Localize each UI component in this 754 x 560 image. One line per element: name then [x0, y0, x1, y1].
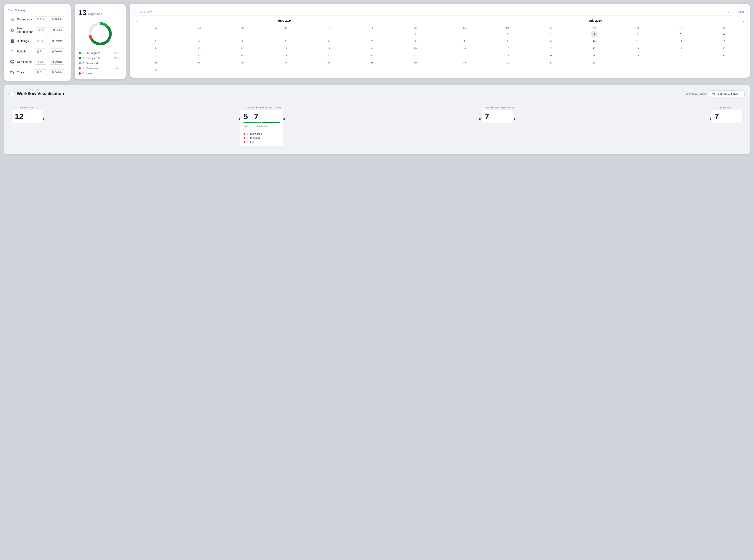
- calendar-day[interactable]: 30: [152, 66, 159, 73]
- calendar-day[interactable]: 22: [412, 52, 419, 59]
- legend-item[interactable]: 0 Late ›: [79, 72, 122, 75]
- edit-button[interactable]: Edit: [34, 59, 47, 65]
- calendar-day[interactable]: 28: [461, 59, 468, 66]
- calendar-day[interactable]: 17: [591, 45, 597, 52]
- delete-button[interactable]: Delete: [49, 16, 65, 22]
- delete-button[interactable]: Delete: [49, 69, 65, 75]
- node-label: 📄 Report 5S Audit Report 10FE33: [481, 106, 514, 109]
- legend-pct: 53%: [112, 57, 119, 60]
- calendar-day[interactable]: 4: [239, 38, 246, 45]
- edit-button[interactable]: Edit: [34, 69, 47, 75]
- calendar-day[interactable]: 31: [591, 59, 597, 66]
- calendar-day[interactable]: 9: [548, 38, 554, 45]
- calendar-day[interactable]: 19: [677, 45, 684, 52]
- calendar-day[interactable]: 27: [720, 52, 727, 59]
- edit-button[interactable]: Edit: [34, 16, 47, 22]
- calendar-day[interactable]: 26: [677, 52, 684, 59]
- workflow-canvas: ▶ Start 5D9F52 12 📄 Form EN - 5S Audit I…: [9, 106, 745, 146]
- calendar-day[interactable]: 16: [152, 52, 159, 59]
- legend-item[interactable]: 0 Resolved ›: [79, 62, 122, 65]
- calendar-day[interactable]: 12: [282, 45, 289, 52]
- calendar-day[interactable]: 3: [591, 31, 597, 38]
- reset-button[interactable]: Reset: [735, 9, 746, 14]
- empty-day: [152, 31, 159, 38]
- calendar-day[interactable]: 6: [325, 38, 332, 45]
- workflow-node-report: 📄 Report 5S Audit Report 10FE33 7: [481, 106, 514, 123]
- calendar-day[interactable]: 14: [461, 45, 468, 52]
- calendar-day[interactable]: 23: [152, 59, 159, 66]
- asset-name: Truck: [17, 71, 32, 74]
- calendar-day[interactable]: 10: [196, 45, 202, 52]
- connector-dot: [43, 118, 44, 120]
- calendar-day[interactable]: 16: [548, 45, 554, 52]
- prev-month-button[interactable]: ‹: [134, 19, 139, 24]
- calendar-day[interactable]: 27: [325, 59, 332, 66]
- calendar-day[interactable]: 4: [634, 31, 641, 38]
- workflow-collapse-button[interactable]: −: [9, 91, 15, 97]
- calendar-day[interactable]: 15: [504, 45, 511, 52]
- chevron-down-icon: ⌄: [728, 10, 730, 14]
- calendar-day[interactable]: 26: [282, 59, 289, 66]
- calendar-day[interactable]: 13: [720, 38, 727, 45]
- delete-button[interactable]: Delete: [50, 27, 66, 33]
- calendar-day[interactable]: 25: [634, 52, 641, 59]
- delete-button[interactable]: Delete: [49, 38, 65, 44]
- calendar-day[interactable]: 28: [369, 59, 375, 66]
- edit-button[interactable]: Edit: [35, 27, 48, 33]
- delete-button[interactable]: Delete: [49, 48, 65, 54]
- calendar-day[interactable]: 29: [504, 59, 511, 66]
- calendar-day[interactable]: 10: [591, 38, 597, 45]
- calendar-day[interactable]: 15: [412, 45, 419, 52]
- calendar-day[interactable]: 12: [677, 38, 684, 45]
- legend-item[interactable]: 1 Dismissed 7% ›: [79, 67, 122, 70]
- workflow-node-start: ▶ Start 5D9F52 12: [12, 106, 43, 123]
- calendar-day[interactable]: 21: [369, 52, 375, 59]
- calendar-day[interactable]: 9: [152, 45, 159, 52]
- node-card: 7: [482, 109, 513, 123]
- calendar-day[interactable]: 1: [504, 31, 511, 38]
- forklift-icon: [9, 49, 15, 54]
- calendar-day[interactable]: 8: [412, 38, 419, 45]
- calendar-day[interactable]: 29: [412, 59, 419, 66]
- calendar-day[interactable]: 17: [196, 52, 202, 59]
- legend-label: Late: [86, 72, 111, 75]
- calendar-day[interactable]: 20: [720, 45, 727, 52]
- asset-actions: Edit Delete: [34, 69, 65, 75]
- calendar-day[interactable]: 14: [369, 45, 375, 52]
- calendar-day[interactable]: 18: [239, 52, 246, 59]
- node-label: 📄 Form EN - 5S Audit I Asses... 550291: [243, 106, 281, 109]
- calendar-day[interactable]: 2: [152, 38, 159, 45]
- calendar-day[interactable]: 30: [548, 59, 554, 66]
- calendar-day[interactable]: 5: [677, 31, 684, 38]
- date-picker-button[interactable]: Pick a date ⌄: [134, 8, 733, 16]
- calendar-day[interactable]: 1: [412, 31, 419, 38]
- calendar-day[interactable]: 24: [196, 59, 202, 66]
- calendar-day[interactable]: 23: [548, 52, 554, 59]
- edit-button[interactable]: Edit: [34, 48, 47, 54]
- legend-item[interactable]: 5 In Progress 38% ›: [79, 52, 122, 55]
- calendar-day[interactable]: 13: [325, 45, 332, 52]
- calendar-day[interactable]: 11: [634, 38, 641, 45]
- calendar-day[interactable]: 6: [720, 31, 727, 38]
- calendar-day[interactable]: 22: [504, 52, 511, 59]
- calendar-day[interactable]: 24: [591, 52, 597, 59]
- edit-button[interactable]: Edit: [34, 38, 47, 44]
- calendar-day[interactable]: 5: [282, 38, 289, 45]
- workflow-version-select[interactable]: v8 - Started 12 times ⌄: [709, 91, 745, 97]
- calendar-day[interactable]: 21: [461, 52, 468, 59]
- calendar-day[interactable]: 7: [461, 38, 468, 45]
- calendar-day[interactable]: 11: [239, 45, 246, 52]
- calendar-day[interactable]: 8: [504, 38, 511, 45]
- calendar-day[interactable]: 25: [239, 59, 246, 66]
- next-month-button[interactable]: ›: [741, 19, 746, 24]
- calendar-day[interactable]: 2: [548, 31, 554, 38]
- legend-item[interactable]: 7 Completed 53% ›: [79, 57, 122, 60]
- workflow-version-value: v8 - Started 12 times: [712, 92, 738, 95]
- calendar-day[interactable]: 3: [196, 38, 202, 45]
- delete-button[interactable]: Delete: [49, 59, 65, 65]
- calendar-day[interactable]: 19: [282, 52, 289, 59]
- calendar-day[interactable]: 20: [325, 52, 332, 59]
- calendar-day[interactable]: 18: [634, 45, 641, 52]
- node-id: A7D57C: [727, 107, 734, 109]
- calendar-day[interactable]: 7: [369, 38, 375, 45]
